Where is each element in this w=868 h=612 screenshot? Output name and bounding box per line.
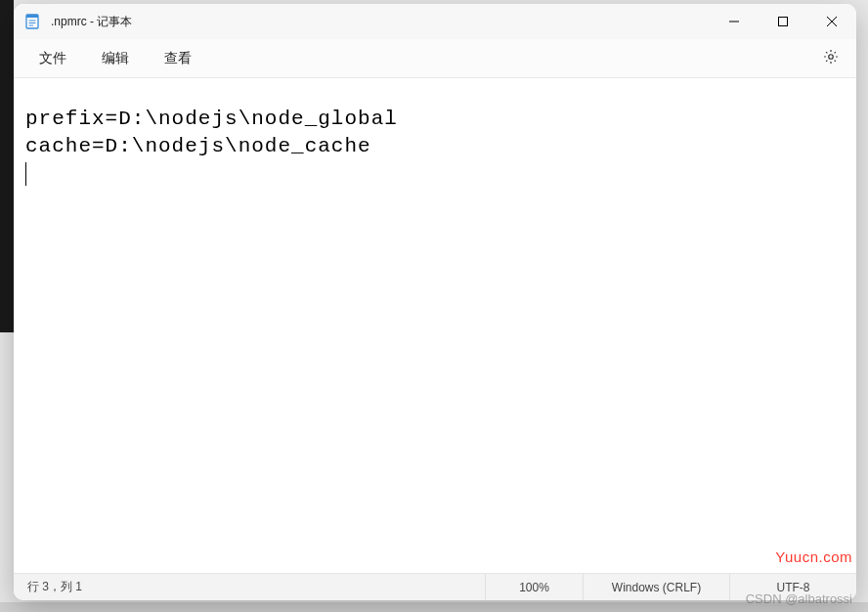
menu-edit[interactable]: 编辑: [84, 44, 147, 73]
minimize-button[interactable]: [710, 4, 759, 39]
editor-line-2: cache=D:\nodejs\node_cache: [25, 135, 371, 157]
maximize-button[interactable]: [759, 4, 807, 39]
text-editor[interactable]: prefix=D:\nodejs\node_global cache=D:\no…: [14, 78, 856, 573]
gear-icon: [822, 48, 840, 69]
watermark-site: Yuucn.com: [775, 548, 852, 565]
notepad-icon: [23, 13, 41, 30]
background-bottom: [0, 602, 868, 612]
svg-point-9: [829, 54, 834, 59]
watermark-author: CSDN @albatrossi: [746, 591, 852, 606]
status-zoom[interactable]: 100%: [485, 574, 583, 600]
close-button[interactable]: [807, 4, 856, 39]
menubar: 文件 编辑 查看: [14, 39, 856, 78]
window-title: .npmrc - 记事本: [51, 14, 710, 30]
menu-file[interactable]: 文件: [22, 44, 84, 73]
status-line-ending: Windows (CRLF): [583, 574, 729, 600]
editor-line-1: prefix=D:\nodejs\node_global: [25, 108, 398, 130]
menu-view[interactable]: 查看: [147, 44, 209, 73]
svg-rect-1: [26, 15, 38, 18]
notepad-window: .npmrc - 记事本 文件 编辑 查看 prefi: [14, 4, 856, 600]
status-position: 行 3，列 1: [14, 574, 485, 600]
background-editor-strip: [0, 0, 14, 332]
text-cursor: [25, 162, 26, 186]
svg-rect-6: [779, 18, 788, 26]
statusbar: 行 3，列 1 100% Windows (CRLF) UTF-8: [14, 573, 856, 600]
window-controls: [710, 4, 856, 39]
settings-button[interactable]: [813, 41, 848, 76]
titlebar[interactable]: .npmrc - 记事本: [14, 4, 856, 39]
